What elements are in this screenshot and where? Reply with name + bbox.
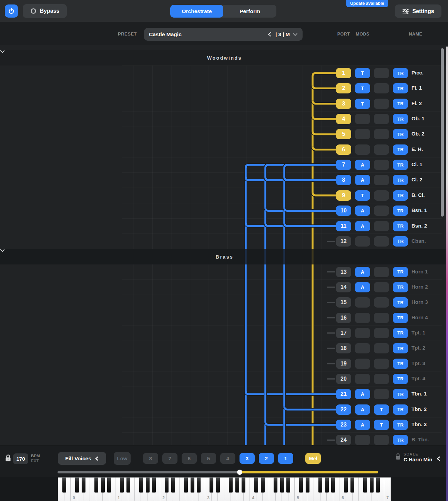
black-key[interactable]	[146, 478, 150, 492]
black-key[interactable]	[75, 478, 79, 492]
tr-button[interactable]: TR	[393, 313, 408, 323]
tr-button[interactable]: TR	[393, 144, 408, 155]
port-badge[interactable]: 18	[336, 343, 351, 353]
black-key[interactable]	[107, 478, 111, 492]
mod-slot-empty[interactable]	[374, 99, 389, 109]
channel-name[interactable]: Cl. 2	[411, 177, 422, 182]
mod-slot-empty[interactable]	[355, 435, 370, 445]
tab-orchestrate[interactable]: Orchestrate	[170, 5, 223, 18]
mod-button-a[interactable]: A	[355, 175, 370, 185]
mod-button-t[interactable]: T	[374, 420, 389, 430]
mod-slot-empty[interactable]	[374, 328, 389, 338]
black-key[interactable]	[101, 478, 105, 492]
scale-control[interactable]: SCALE C Harm Min	[395, 452, 441, 462]
mod-button-a[interactable]: A	[355, 420, 370, 430]
mod-slot-empty[interactable]	[374, 236, 389, 247]
channel-name[interactable]: Tpt. 3	[411, 360, 425, 366]
port-badge[interactable]: 15	[336, 297, 351, 308]
preset-selector[interactable]: Castle Magic | 3 | M	[144, 28, 303, 41]
tr-button[interactable]: TR	[393, 282, 408, 292]
port-badge[interactable]: 23	[336, 420, 351, 430]
channel-name[interactable]: B. Tbn.	[411, 437, 429, 442]
tr-button[interactable]: TR	[393, 359, 408, 369]
tr-button[interactable]: TR	[393, 129, 408, 139]
mod-button-t[interactable]: T	[355, 190, 370, 201]
channel-name[interactable]: Cbsn.	[411, 238, 426, 244]
black-key[interactable]	[280, 478, 284, 492]
mod-slot-empty[interactable]	[374, 206, 389, 216]
mod-slot-empty[interactable]	[374, 68, 389, 78]
port-badge[interactable]: 17	[336, 328, 351, 338]
mod-slot-empty[interactable]	[355, 297, 370, 308]
channel-name[interactable]: Tbn. 2	[411, 406, 427, 412]
port-badge[interactable]: 20	[336, 374, 351, 384]
mod-button-a[interactable]: A	[355, 160, 370, 170]
tr-button[interactable]: TR	[393, 374, 408, 384]
port-badge[interactable]: 14	[336, 282, 351, 292]
mod-slot-empty[interactable]	[374, 389, 389, 399]
black-key[interactable]	[126, 478, 130, 492]
mod-slot-empty[interactable]	[374, 343, 389, 353]
ext-label[interactable]: EXT	[31, 458, 40, 463]
preset-back-icon[interactable]	[267, 32, 272, 37]
mod-slot-empty[interactable]	[374, 297, 389, 308]
channel-name[interactable]: Ob. 2	[411, 131, 425, 137]
channel-name[interactable]: Bsn. 1	[411, 207, 427, 213]
voice-button-1[interactable]: 1	[278, 453, 293, 464]
key-range-track[interactable]	[58, 471, 238, 473]
port-badge[interactable]: 8	[336, 175, 351, 185]
tr-button[interactable]: TR	[393, 160, 408, 170]
channel-name[interactable]: Horn 4	[411, 314, 428, 320]
port-badge[interactable]: 16	[336, 313, 351, 323]
black-key[interactable]	[299, 478, 303, 492]
mod-slot-empty[interactable]	[374, 374, 389, 384]
port-badge[interactable]: 1	[336, 68, 351, 78]
channel-name[interactable]: Bsn. 2	[411, 223, 427, 229]
tr-button[interactable]: TR	[393, 206, 408, 216]
low-button[interactable]: Low	[114, 452, 131, 465]
mod-button-a[interactable]: A	[355, 389, 370, 399]
mod-slot-empty[interactable]	[374, 144, 389, 155]
channel-name[interactable]: Ob. 1	[411, 116, 425, 121]
black-key[interactable]	[171, 478, 175, 492]
port-badge[interactable]: 12	[336, 236, 351, 247]
black-key[interactable]	[350, 478, 354, 492]
voice-button-7[interactable]: 7	[162, 453, 177, 464]
bpm-value[interactable]: 170	[13, 453, 28, 464]
port-badge[interactable]: 19	[336, 359, 351, 369]
tr-button[interactable]: TR	[393, 99, 408, 109]
black-key[interactable]	[363, 478, 367, 492]
channel-name[interactable]: Fl. 2	[411, 100, 422, 106]
mod-slot-empty[interactable]	[374, 282, 389, 292]
voice-button-4[interactable]: 4	[220, 453, 235, 464]
mod-slot-empty[interactable]	[355, 144, 370, 155]
channel-name[interactable]: Tpt. 1	[411, 330, 425, 335]
black-key[interactable]	[152, 478, 156, 492]
mod-button-t[interactable]: T	[355, 68, 370, 78]
scale-lock-open-icon[interactable]	[395, 453, 401, 460]
port-badge[interactable]: 11	[336, 221, 351, 231]
black-key[interactable]	[82, 478, 85, 492]
black-key[interactable]	[235, 478, 239, 492]
channel-name[interactable]: Horn 3	[411, 299, 428, 305]
tr-button[interactable]: TR	[393, 343, 408, 353]
voice-button-8[interactable]: 8	[143, 453, 158, 464]
bpm-lock-icon[interactable]	[5, 454, 11, 462]
channel-name[interactable]: E. H.	[411, 146, 423, 152]
channel-name[interactable]: Tbn. 1	[411, 391, 427, 397]
mod-slot-empty[interactable]	[355, 313, 370, 323]
black-key[interactable]	[197, 478, 201, 492]
black-key[interactable]	[191, 478, 194, 492]
tr-button[interactable]: TR	[393, 236, 408, 247]
mod-slot-empty[interactable]	[355, 374, 370, 384]
mod-button-a[interactable]: A	[355, 206, 370, 216]
black-key[interactable]	[370, 478, 374, 492]
mod-slot-empty[interactable]	[374, 175, 389, 185]
mod-button-a[interactable]: A	[355, 282, 370, 292]
tr-button[interactable]: TR	[393, 68, 408, 78]
channel-name[interactable]: Cl. 1	[411, 161, 422, 167]
voice-button-5[interactable]: 5	[201, 453, 216, 464]
channel-name[interactable]: Horn 2	[411, 284, 428, 290]
mod-slot-empty[interactable]	[355, 328, 370, 338]
voice-button-3[interactable]: 3	[240, 453, 255, 464]
